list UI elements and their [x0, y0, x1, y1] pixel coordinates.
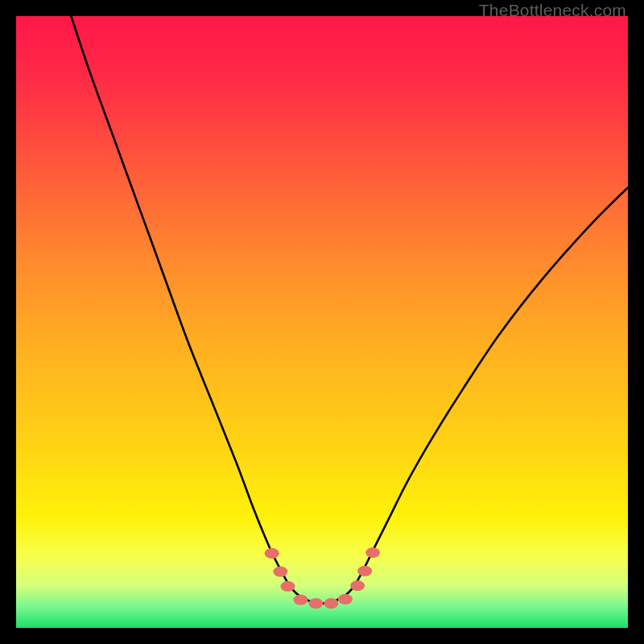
curve-marker	[273, 567, 287, 577]
chart-container: TheBottleneck.com	[0, 0, 644, 644]
curve-marker	[357, 566, 372, 576]
curve-marker	[293, 595, 308, 605]
curve-marker	[338, 594, 353, 605]
curve-marker	[280, 581, 295, 592]
plot-area	[16, 16, 628, 628]
bottleneck-curve	[71, 16, 628, 604]
curve-layer	[16, 16, 628, 628]
watermark-text: TheBottleneck.com	[479, 1, 626, 20]
curve-marker	[324, 598, 338, 609]
curve-marker	[308, 598, 323, 609]
curve-markers	[265, 547, 380, 609]
curve-marker	[365, 547, 380, 558]
curve-marker	[265, 548, 279, 559]
curve-marker	[350, 580, 365, 591]
